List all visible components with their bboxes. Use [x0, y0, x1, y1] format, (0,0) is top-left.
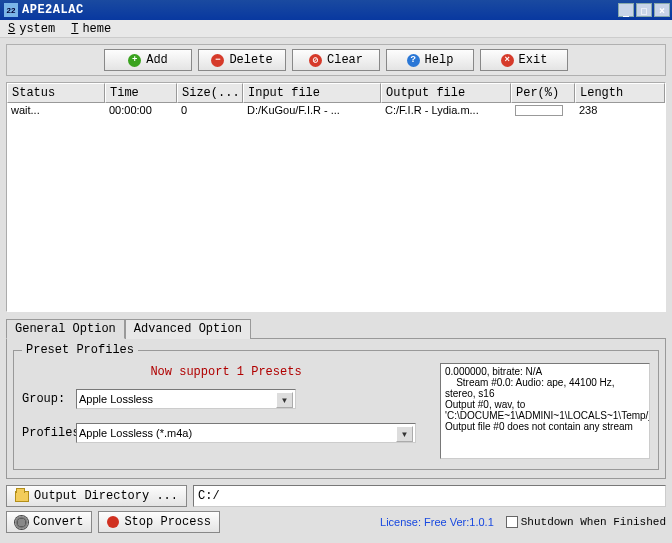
- cell-size: 0: [177, 103, 243, 117]
- shutdown-checkbox-row[interactable]: Shutdown When Finished: [506, 516, 666, 528]
- tab-general[interactable]: General Option: [6, 319, 125, 339]
- progress-bar: [515, 105, 563, 116]
- stop-button[interactable]: Stop Process: [98, 511, 219, 533]
- app-icon: 22: [4, 3, 18, 17]
- delete-label: Delete: [229, 53, 272, 67]
- delete-button[interactable]: − Delete: [198, 49, 286, 71]
- output-directory-path[interactable]: C:/: [193, 485, 666, 507]
- col-status[interactable]: Status: [7, 83, 105, 103]
- add-button[interactable]: + Add: [104, 49, 192, 71]
- profiles-label: Profiles:: [22, 426, 74, 440]
- output-directory-button[interactable]: Output Directory ...: [6, 485, 187, 507]
- menu-theme[interactable]: Theme: [67, 21, 119, 37]
- cell-length: 238: [575, 103, 665, 117]
- close-button[interactable]: ×: [654, 3, 670, 17]
- folder-icon: [15, 491, 29, 502]
- preset-legend: Preset Profiles: [22, 343, 138, 357]
- group-value: Apple Lossless: [79, 393, 153, 405]
- convert-label: Convert: [33, 515, 83, 529]
- stop-label: Stop Process: [124, 515, 210, 529]
- col-output[interactable]: Output file: [381, 83, 511, 103]
- stop-icon: [107, 516, 119, 528]
- cell-output: C:/F.I.R - Lydia.m...: [381, 103, 511, 117]
- cell-status: wait...: [7, 103, 105, 117]
- toolbar: + Add − Delete ⊘ Clear ? Help × Exit: [6, 44, 666, 76]
- clear-label: Clear: [327, 53, 363, 67]
- preset-message: Now support 1 Presets: [22, 365, 430, 379]
- help-label: Help: [425, 53, 454, 67]
- table-row[interactable]: wait... 00:00:00 0 D:/KuGou/F.I.R - ... …: [7, 103, 665, 117]
- help-button[interactable]: ? Help: [386, 49, 474, 71]
- shutdown-checkbox[interactable]: [506, 516, 518, 528]
- menu-bar: System Theme: [0, 20, 672, 38]
- tab-bar: General Option Advanced Option: [6, 319, 666, 339]
- exit-icon: ×: [501, 54, 514, 67]
- col-input[interactable]: Input file: [243, 83, 381, 103]
- add-label: Add: [146, 53, 168, 67]
- tab-panel: Preset Profiles Now support 1 Presets Gr…: [6, 338, 666, 479]
- exit-button[interactable]: × Exit: [480, 49, 568, 71]
- clear-icon: ⊘: [309, 54, 322, 67]
- cell-per: [511, 103, 575, 117]
- output-directory-label: Output Directory ...: [34, 489, 178, 503]
- group-combo[interactable]: Apple Lossless: [76, 389, 296, 409]
- delete-icon: −: [211, 54, 224, 67]
- help-icon: ?: [407, 54, 420, 67]
- file-list[interactable]: Status Time Size(... Input file Output f…: [6, 82, 666, 312]
- cell-time: 00:00:00: [105, 103, 177, 117]
- license-text: License: Free Ver:1.0.1: [226, 516, 500, 528]
- group-label: Group:: [22, 392, 74, 406]
- profiles-combo[interactable]: Apple Lossless (*.m4a): [76, 423, 416, 443]
- maximize-button[interactable]: □: [636, 3, 652, 17]
- gear-icon: [15, 516, 28, 529]
- title-bar: 22 APE2ALAC _ □ ×: [0, 0, 672, 20]
- profiles-value: Apple Lossless (*.m4a): [79, 427, 192, 439]
- col-time[interactable]: Time: [105, 83, 177, 103]
- log-output[interactable]: 0.000000, bitrate: N/A Stream #0.0: Audi…: [440, 363, 650, 459]
- shutdown-label: Shutdown When Finished: [521, 516, 666, 528]
- add-icon: +: [128, 54, 141, 67]
- clear-button[interactable]: ⊘ Clear: [292, 49, 380, 71]
- convert-button[interactable]: Convert: [6, 511, 92, 533]
- menu-system[interactable]: System: [4, 21, 63, 37]
- minimize-button[interactable]: _: [618, 3, 634, 17]
- col-length[interactable]: Length: [575, 83, 665, 103]
- tab-advanced[interactable]: Advanced Option: [125, 319, 251, 339]
- col-size[interactable]: Size(...: [177, 83, 243, 103]
- preset-fieldset: Preset Profiles Now support 1 Presets Gr…: [13, 343, 659, 470]
- col-per[interactable]: Per(%): [511, 83, 575, 103]
- window-title: APE2ALAC: [22, 3, 618, 17]
- list-header: Status Time Size(... Input file Output f…: [7, 83, 665, 103]
- cell-input: D:/KuGou/F.I.R - ...: [243, 103, 381, 117]
- output-path-value: C:/: [198, 489, 220, 503]
- exit-label: Exit: [519, 53, 548, 67]
